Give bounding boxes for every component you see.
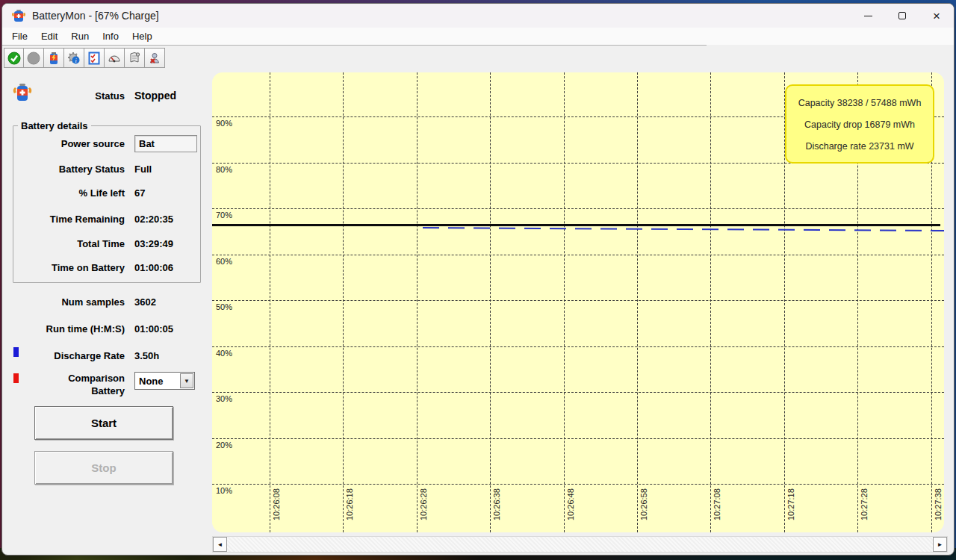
run-time-label: Run time (H:M:S) bbox=[2, 323, 125, 335]
time-on-battery-label: Time on Battery bbox=[2, 262, 125, 273]
total-time-value: 03:29:49 bbox=[134, 238, 173, 249]
y-axis-tick: 10% bbox=[216, 486, 232, 495]
scrollbar-track[interactable] bbox=[227, 537, 933, 552]
num-samples-label: Num samples bbox=[2, 296, 125, 308]
start-button[interactable]: Start bbox=[34, 406, 173, 440]
x-axis-tick: 10:26:18 bbox=[345, 482, 354, 520]
menu-help[interactable]: Help bbox=[125, 28, 159, 44]
num-samples-value: 3602 bbox=[134, 296, 156, 308]
discharge-trend-line bbox=[423, 227, 944, 231]
minimize-button[interactable] bbox=[851, 4, 885, 28]
stop-icon bbox=[27, 52, 40, 65]
tooltip-discharge-rate: Discharge rate 23731 mW bbox=[792, 136, 927, 158]
y-axis-tick: 70% bbox=[216, 211, 232, 220]
battery-status-label: Battery Status bbox=[2, 164, 125, 175]
scroll-right-icon: ► bbox=[937, 541, 943, 548]
battery-chart: 90%80%70%60%50%40%30%20%10% 10:26:0810:2… bbox=[212, 72, 944, 532]
minimize-icon bbox=[864, 16, 872, 16]
menu-divider bbox=[2, 45, 707, 46]
toolbar-user-exit-button[interactable] bbox=[145, 48, 165, 68]
y-axis-tick: 80% bbox=[216, 165, 232, 174]
batterymon-window: BatteryMon - [67% Charge] × File Edit Ru… bbox=[1, 3, 955, 556]
time-remaining-label: Time Remaining bbox=[2, 214, 125, 225]
x-axis-tick: 10:27:08 bbox=[713, 482, 721, 520]
y-axis-tick: 60% bbox=[216, 257, 232, 266]
battery-status-value: Full bbox=[134, 164, 152, 175]
comparison-dropdown[interactable]: None ▼ bbox=[134, 372, 195, 390]
h-gridline bbox=[212, 300, 944, 301]
h-gridline bbox=[212, 255, 944, 255]
toolbar-log-list-button[interactable] bbox=[84, 48, 105, 68]
svg-text:i: i bbox=[75, 57, 76, 63]
discharge-rate-value: 3.50h bbox=[134, 350, 159, 361]
gear-info-icon: i bbox=[67, 52, 81, 65]
menu-run[interactable]: Run bbox=[64, 28, 96, 44]
life-left-label: % Life left bbox=[2, 187, 125, 199]
v-gridline bbox=[417, 72, 418, 532]
left-panel: Status Stopped Battery details Power sou… bbox=[2, 71, 212, 555]
toolbar-gauge-button[interactable] bbox=[105, 48, 125, 68]
v-gridline bbox=[270, 72, 270, 532]
toolbar-system-info-button[interactable]: i bbox=[64, 48, 84, 68]
window-title: BatteryMon - [67% Charge] bbox=[32, 10, 159, 22]
life-left-value: 67 bbox=[134, 187, 145, 199]
toolbar: i bbox=[4, 48, 165, 68]
y-axis-tick: 30% bbox=[216, 394, 232, 403]
battery-icon bbox=[47, 52, 60, 65]
v-gridline bbox=[343, 72, 344, 532]
chevron-down-icon[interactable]: ▼ bbox=[180, 373, 193, 388]
y-axis-tick: 40% bbox=[216, 349, 232, 358]
menu-info[interactable]: Info bbox=[96, 28, 125, 44]
scroll-left-button[interactable]: ◄ bbox=[213, 537, 227, 552]
user-x-icon bbox=[148, 52, 161, 65]
horizontal-scrollbar[interactable]: ◄ ► bbox=[212, 536, 948, 553]
toolbar-report-button[interactable] bbox=[125, 48, 145, 68]
x-axis-tick: 10:27:28 bbox=[860, 482, 869, 520]
menu-file[interactable]: File bbox=[5, 28, 34, 44]
y-axis-tick: 90% bbox=[216, 119, 232, 128]
x-axis-tick: 10:26:58 bbox=[639, 482, 648, 520]
gauge-icon bbox=[108, 52, 121, 65]
total-time-label: Total Time bbox=[2, 238, 125, 249]
checklist-icon bbox=[87, 52, 101, 65]
toolbar-battery-info-button[interactable] bbox=[44, 48, 64, 68]
time-on-battery-value: 01:00:06 bbox=[134, 262, 173, 273]
close-button[interactable]: × bbox=[919, 4, 954, 28]
v-gridline bbox=[490, 72, 491, 532]
tooltip-capacity: Capacity 38238 / 57488 mWh bbox=[792, 93, 927, 114]
v-gridline bbox=[564, 72, 565, 532]
x-axis-tick: 10:26:08 bbox=[272, 482, 281, 520]
scroll-right-button[interactable]: ► bbox=[933, 537, 947, 552]
battery-level-line bbox=[212, 224, 940, 226]
comparison-selected-value: None bbox=[135, 376, 180, 387]
menu-edit[interactable]: Edit bbox=[34, 28, 64, 44]
power-source-field[interactable]: Bat bbox=[134, 135, 197, 152]
x-axis-tick: 10:26:38 bbox=[492, 482, 501, 520]
scroll-report-icon bbox=[128, 52, 141, 65]
y-axis-tick: 20% bbox=[216, 441, 232, 449]
app-battery-icon bbox=[11, 8, 26, 23]
comparison-label: Comparison Battery bbox=[2, 372, 125, 397]
battery-details-title: Battery details bbox=[18, 120, 91, 131]
toolbar-stop-button[interactable] bbox=[24, 48, 44, 68]
maximize-button[interactable] bbox=[885, 4, 919, 28]
y-axis-tick: 50% bbox=[216, 302, 232, 311]
x-axis-tick: 10:27:38 bbox=[934, 482, 943, 520]
v-gridline bbox=[637, 72, 638, 532]
status-value: Stopped bbox=[134, 90, 176, 102]
power-source-label: Power source bbox=[2, 138, 125, 149]
v-gridline bbox=[710, 72, 711, 532]
status-label: Status bbox=[2, 90, 125, 102]
h-gridline bbox=[212, 392, 944, 393]
h-gridline bbox=[212, 208, 944, 209]
scroll-left-icon: ◄ bbox=[217, 541, 223, 548]
h-gridline bbox=[212, 438, 944, 439]
maximize-icon bbox=[898, 12, 906, 19]
start-icon bbox=[7, 52, 21, 65]
x-axis-tick: 10:27:18 bbox=[786, 482, 795, 520]
toolbar-start-button[interactable] bbox=[4, 48, 24, 68]
title-bar: BatteryMon - [67% Charge] × bbox=[2, 4, 954, 28]
time-remaining-value: 02:20:35 bbox=[134, 214, 173, 225]
stop-button[interactable]: Stop bbox=[34, 451, 173, 485]
h-gridline bbox=[212, 346, 944, 347]
